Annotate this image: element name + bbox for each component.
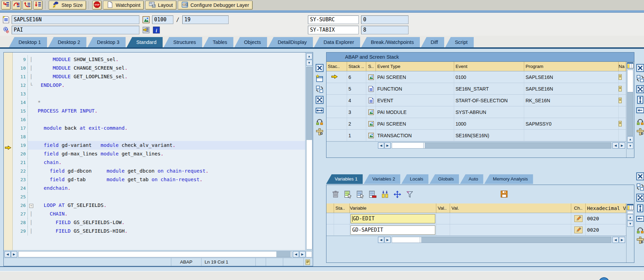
fold-marker[interactable]: − — [28, 201, 35, 210]
variables-tab-variables-2[interactable]: Variables 2 — [364, 174, 401, 184]
fold-marker[interactable]: │ — [28, 64, 35, 72]
step-size-button[interactable]: Step Size — [49, 1, 86, 10]
column-header-event[interactable]: Event — [454, 62, 524, 71]
screen-number-field[interactable]: 0100 — [152, 15, 173, 24]
desktop-tab-desktop-1[interactable]: Desktop 1 — [9, 37, 47, 47]
column-configuration-icon[interactable] — [627, 204, 634, 211]
swap-icon[interactable] — [315, 117, 324, 125]
scroll-left-icon[interactable]: ◀ — [378, 142, 384, 149]
close-icon[interactable] — [636, 172, 644, 180]
watch-field-2-name[interactable]: SY-TABIX — [308, 26, 359, 34]
left-dock-icon[interactable] — [636, 106, 644, 115]
code-line[interactable]: 23 field gd-tab module get_tab on chain-… — [13, 175, 305, 184]
scroll-left-icon[interactable]: ◀ — [293, 251, 299, 257]
change-value-pencil-icon[interactable] — [574, 226, 583, 233]
stack-row[interactable]: 6PAI SCREEN0100SAPLSE16N — [326, 71, 626, 83]
left-dock-icon[interactable] — [636, 215, 644, 223]
row-select-cell[interactable] — [326, 213, 334, 224]
stack-row[interactable]: 4EVENTSTART-OF-SELECTIONRK_SE16N — [326, 95, 626, 106]
navigate-icon[interactable] — [619, 121, 622, 127]
column-header-program[interactable]: Program — [524, 62, 619, 71]
code-line[interactable]: 19 field gd-variant module check_alv_var… — [13, 141, 305, 150]
step-out-button[interactable] — [23, 1, 32, 10]
variables-vscroll-track[interactable] — [627, 211, 633, 214]
fold-marker[interactable]: │ — [28, 218, 35, 227]
column-header-na[interactable]: Na — [619, 62, 626, 71]
scroll-right-icon[interactable]: ▶ — [384, 142, 391, 149]
variable-row[interactable]: GD-EDIT0020 — [326, 213, 626, 224]
desktop-tab-desktop-3[interactable]: Desktop 3 — [88, 37, 126, 47]
table-create-icon[interactable] — [344, 190, 352, 199]
stack-row[interactable]: 2PAI SCREEN1000SAPMSSY0 — [326, 118, 626, 130]
column-configuration-icon[interactable] — [627, 62, 634, 69]
fold-marker[interactable]: │ — [28, 210, 35, 218]
stack-row[interactable]: 5FUNCTIONSE16N_STARTSAPLSE16N — [326, 83, 626, 95]
code-line[interactable]: 22 field gd-dbcon module get_dbcon on ch… — [13, 167, 305, 175]
variables-tab-auto[interactable]: Auto — [460, 174, 483, 184]
stack-hscroll-thumb[interactable] — [393, 143, 424, 148]
layout-button[interactable]: Layout — [145, 1, 176, 10]
desktop-tab-structures[interactable]: Structures — [164, 37, 202, 47]
scroll-left-icon[interactable]: ◀ — [378, 237, 384, 243]
column-header-event-type[interactable]: Event Type — [376, 62, 454, 71]
scroll-up-icon[interactable]: ▲ — [627, 136, 633, 142]
code-line[interactable]: 20 field gd-max_lines module get_max_lin… — [13, 150, 305, 158]
editor-vscroll-track[interactable] — [306, 67, 312, 249]
desktop-tab-objects[interactable]: Objects — [234, 37, 267, 47]
code-line[interactable]: 11│ MODULE GET_LOOPLINES_sel. — [13, 72, 305, 81]
swap-icon[interactable] — [636, 117, 644, 125]
configure-debugger-layer-button[interactable]: Configure Debugger Layer — [178, 1, 253, 10]
stack-horizontal-scrollbar[interactable]: ◀ ▶ ◀ ▶ — [326, 141, 626, 149]
screen-line-field[interactable]: 19 — [182, 15, 229, 24]
code-line[interactable]: 26− LOOP AT GT_SELFIELDS. — [13, 201, 305, 210]
stack-vscroll-track[interactable] — [627, 70, 633, 136]
variables-tab-globals[interactable]: Globals — [429, 174, 459, 184]
change-value-pencil-icon[interactable] — [574, 215, 583, 222]
column-header-variable[interactable]: Variable — [350, 203, 436, 213]
code-line[interactable]: 12└ ENDLOOP. — [13, 81, 305, 90]
variable-name-field[interactable]: GD-SAPEDIT — [350, 225, 435, 235]
new-tool-icon[interactable] — [315, 74, 324, 83]
goto-statement-icon[interactable] — [142, 26, 150, 34]
navigate-icon[interactable] — [619, 97, 622, 103]
trash-icon[interactable] — [331, 190, 340, 199]
code-line[interactable]: 25 — [13, 192, 305, 201]
scroll-right-icon[interactable]: ▶ — [11, 251, 17, 257]
replace-tool-icon[interactable] — [315, 85, 324, 93]
navigate-icon[interactable] — [619, 74, 622, 80]
column-header-blank[interactable] — [326, 203, 334, 213]
code-line[interactable]: 27│ CHAIN. — [13, 210, 305, 218]
watch-field-1-name[interactable]: SY-SUBRC — [308, 15, 359, 24]
variable-row[interactable]: GD-SAPEDIT0020 — [326, 224, 626, 236]
scroll-right-icon[interactable]: ▶ — [619, 142, 625, 149]
stack-vscroll-thumb[interactable] — [628, 70, 633, 92]
code-line[interactable]: 16 — [13, 115, 305, 124]
services-icon[interactable] — [636, 128, 644, 136]
navigate-icon[interactable] — [619, 86, 622, 92]
maximize-icon[interactable] — [636, 194, 644, 202]
step-over-button[interactable] — [12, 1, 21, 10]
editor-vertical-scrollbar[interactable]: ▲ ▼ — [305, 52, 313, 250]
swap-icon[interactable] — [636, 225, 644, 234]
fold-marker[interactable]: └ — [28, 81, 35, 90]
scroll-left-icon[interactable]: ◀ — [612, 237, 619, 243]
watchpoint-button[interactable]: Watchpoint — [103, 1, 144, 10]
info-icon[interactable]: i — [152, 26, 160, 34]
variables-hscroll-track[interactable] — [392, 237, 611, 243]
scroll-right-icon[interactable]: ▶ — [384, 237, 391, 243]
scroll-left-icon[interactable]: ◀ — [4, 251, 11, 257]
scroll-right-icon[interactable]: ▶ — [299, 251, 306, 257]
column-header-val[interactable]: Val. — [450, 203, 571, 213]
editor-hscroll-track[interactable] — [18, 251, 292, 257]
desktop-tab-desktop-2[interactable]: Desktop 2 — [48, 37, 86, 47]
column-header-hexadecimal-v[interactable]: Hexadecimal V — [586, 203, 626, 213]
close-icon[interactable] — [315, 64, 324, 72]
variables-header-row[interactable]: Sta..VariableVal..Val.Ch..Hexadecimal V — [326, 203, 626, 213]
variables-tab-memory-analysis[interactable]: Memory Analysis — [484, 174, 533, 184]
editor-hscroll-thumb[interactable] — [276, 252, 291, 257]
desktop-tab-script[interactable]: Script — [445, 37, 474, 47]
code-line[interactable]: 10│ MODULE CHANGE_SCREEN_sel. — [13, 64, 305, 72]
variable-cell[interactable]: GD-SAPEDIT — [350, 224, 436, 235]
code-line[interactable]: 24 endchain. — [13, 184, 305, 192]
variables-hscroll-thumb[interactable] — [393, 237, 420, 243]
